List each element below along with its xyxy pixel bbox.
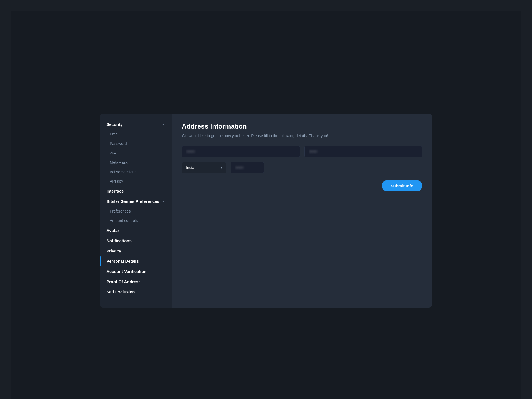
form-row-1 — [182, 146, 422, 157]
chevron-down-icon: ▼ — [162, 122, 165, 126]
main-container: Security ▼ Email Password 2FA MetaMask A… — [100, 114, 432, 308]
sidebar-item-proof-of-address[interactable]: Proof Of Address — [100, 277, 172, 287]
outer-background: Security ▼ Email Password 2FA MetaMask A… — [11, 11, 521, 399]
sidebar-item-amount-controls[interactable]: Amount controls — [100, 216, 172, 225]
sidebar: Security ▼ Email Password 2FA MetaMask A… — [100, 114, 172, 308]
sidebar-item-personal-details[interactable]: Personal Details — [100, 256, 172, 266]
sidebar-item-self-exclusion[interactable]: Self Exclusion — [100, 287, 172, 297]
sidebar-section-bitsler-label: Bitsler Games Preferences — [106, 199, 159, 204]
page-subtitle: We would like to get to know you better.… — [182, 134, 422, 138]
submit-info-button[interactable]: Submit Info — [382, 180, 423, 191]
sidebar-item-avatar[interactable]: Avatar — [100, 225, 172, 236]
sidebar-item-privacy[interactable]: Privacy — [100, 246, 172, 256]
sidebar-section-bitsler-games[interactable]: Bitsler Games Preferences ▼ — [100, 196, 172, 206]
address-field-1[interactable] — [182, 146, 300, 157]
chevron-down-icon-2: ▼ — [162, 200, 165, 203]
sidebar-section-security-label: Security — [106, 122, 123, 127]
sidebar-item-api-key[interactable]: API key — [100, 177, 172, 186]
sidebar-item-metamask[interactable]: MetaMask — [100, 158, 172, 167]
sidebar-section-security[interactable]: Security ▼ — [100, 119, 172, 129]
sidebar-item-2fa[interactable]: 2FA — [100, 148, 172, 158]
country-select[interactable]: India United States United Kingdom Austr… — [182, 162, 226, 173]
main-content: Address Information We would like to get… — [172, 114, 432, 308]
address-field-2[interactable] — [304, 146, 422, 157]
page-title: Address Information — [182, 122, 422, 130]
sidebar-item-password[interactable]: Password — [100, 139, 172, 148]
sidebar-item-interface[interactable]: Interface — [100, 186, 172, 196]
country-select-wrapper: India United States United Kingdom Austr… — [182, 162, 226, 173]
sidebar-item-account-verification[interactable]: Account Verification — [100, 266, 172, 277]
sidebar-item-active-sessions[interactable]: Active sessions — [100, 167, 172, 177]
sidebar-item-email[interactable]: Email — [100, 129, 172, 139]
sidebar-item-preferences[interactable]: Preferences — [100, 206, 172, 216]
form-row-2: India United States United Kingdom Austr… — [182, 162, 422, 173]
sidebar-item-notifications[interactable]: Notifications — [100, 236, 172, 246]
postal-code-field[interactable] — [231, 162, 264, 173]
